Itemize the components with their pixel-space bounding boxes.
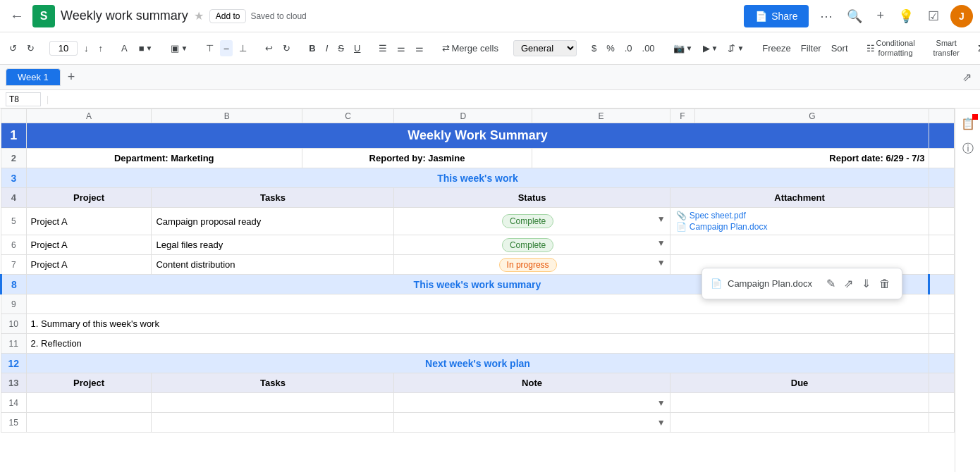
sheet-tab-week1[interactable]: Week 1 [6, 68, 61, 86]
row-num-6[interactable]: 6 [1, 235, 27, 255]
r6-status[interactable]: Complete ▼ [394, 235, 670, 255]
spec-sheet-link[interactable]: 📎 Spec sheet.pdf [676, 211, 924, 221]
lightbulb-button[interactable]: 💡 [895, 6, 917, 27]
search-button[interactable]: 🔍 [844, 6, 865, 27]
r5-project[interactable]: Project A [26, 208, 152, 235]
format-select[interactable]: General General [513, 40, 577, 56]
align-top-button[interactable]: ⊤ [202, 40, 217, 56]
strikethrough-button[interactable]: S [334, 40, 348, 56]
r15-task[interactable] [152, 413, 394, 433]
font-size-input[interactable]: 10 [49, 41, 78, 56]
text-color-button[interactable]: A [118, 40, 133, 56]
bold-button[interactable]: B [305, 40, 319, 56]
redo-button[interactable]: ↻ [23, 40, 38, 56]
percent-button[interactable]: % [603, 40, 618, 56]
currency-button[interactable]: $ [588, 40, 600, 56]
align-right-button[interactable]: ⚌ [412, 40, 427, 56]
decimal-increase-button[interactable]: .00 [639, 40, 659, 56]
file-edit-button[interactable]: ✎ [823, 274, 838, 293]
report-date-cell[interactable]: Report date: 6/29 - 7/3 [532, 149, 929, 168]
next-week-header-cell[interactable]: Next week's work plan [26, 354, 929, 373]
r7-project[interactable]: Project A [26, 255, 152, 275]
r14-project[interactable] [26, 393, 152, 413]
r11-note[interactable]: 2. Reflection [26, 334, 929, 354]
row-num-7[interactable]: 7 [1, 255, 27, 275]
borders-button[interactable]: ▣▼ [167, 40, 191, 56]
underline-button[interactable]: U [350, 40, 364, 56]
merge-cells-button[interactable]: ⇄ Merge cells [439, 40, 501, 56]
conditional-formatting-button[interactable]: ☷ Conditional formatting [863, 36, 919, 60]
row-num-15[interactable]: 15 [1, 413, 27, 433]
col-header-D[interactable]: D [394, 109, 532, 123]
italic-button[interactable]: I [322, 40, 332, 56]
dropdown-arrow-r5[interactable]: ▼ [657, 214, 666, 224]
row-num-3[interactable]: 3 [1, 168, 27, 188]
add-to-button[interactable]: Add to [209, 9, 247, 23]
sidebar-help-button[interactable]: ⓘ [960, 139, 976, 159]
expand-icon[interactable]: ⇗ [960, 68, 974, 87]
row-num-4[interactable]: 4 [1, 188, 27, 208]
file-download-button[interactable]: ⇓ [859, 274, 874, 293]
col-header-C[interactable]: C [302, 109, 393, 123]
campaign-plan-link[interactable]: 📄 Campaign Plan.docx [676, 222, 924, 232]
r15-due[interactable] [670, 413, 929, 433]
back-button[interactable]: ← [7, 5, 27, 27]
smart-transfer-button[interactable]: Smart transfer [930, 36, 963, 60]
checkbox-button[interactable]: ☑ [925, 6, 942, 27]
r6-project[interactable]: Project A [26, 235, 152, 255]
r5-attachment[interactable]: 📎 Spec sheet.pdf 📄 Campaign Plan.docx [670, 208, 929, 235]
row-num-2[interactable]: 2 [1, 149, 27, 168]
wrap-button[interactable]: ↩ [262, 40, 276, 56]
dept-cell[interactable]: Department: Marketing [26, 149, 302, 168]
r6-attachment[interactable] [670, 235, 929, 255]
row-num-13[interactable]: 13 [1, 373, 27, 393]
col-header-G[interactable]: G [695, 109, 929, 123]
file-delete-button[interactable]: 🗑 [876, 274, 893, 293]
row-num-5[interactable]: 5 [1, 208, 27, 235]
row-num-10[interactable]: 10 [1, 314, 27, 334]
reported-cell[interactable]: Reported by: Jasmine [302, 149, 532, 168]
sidebar-note-button[interactable]: 📋 [958, 114, 978, 133]
col-header-B[interactable]: B [152, 109, 302, 123]
col-header-A[interactable]: A [26, 109, 152, 123]
row-num-14[interactable]: 14 [1, 393, 27, 413]
cell-ref-input[interactable]: T8 [6, 92, 41, 106]
title-cell[interactable]: Weekly Work Summary [26, 123, 929, 149]
sort-rows-button[interactable]: ⇵▼ [724, 40, 747, 56]
align-left-button[interactable]: ☰ [375, 40, 391, 56]
r14-due[interactable] [670, 393, 929, 413]
decimal-decrease-button[interactable]: .0 [621, 40, 636, 56]
file-expand-button[interactable]: ⇗ [841, 274, 856, 293]
sort-button[interactable]: Sort [828, 40, 852, 56]
col-header-F[interactable]: F [670, 109, 695, 123]
col-header-E[interactable]: E [532, 109, 670, 123]
filter-button[interactable]: Filter [797, 40, 825, 56]
align-middle-button[interactable]: ‒ [220, 40, 233, 56]
row-num-9[interactable]: 9 [1, 294, 27, 314]
rotate-button[interactable]: ↻ [279, 40, 294, 56]
r5-task[interactable]: Campaign proposal ready [152, 208, 394, 235]
add-sheet-button[interactable]: + [63, 68, 80, 86]
star-icon[interactable]: ★ [194, 9, 204, 23]
r7-status[interactable]: In progress ▼ [394, 255, 670, 275]
dropdown-arrow-r14[interactable]: ▼ [657, 398, 666, 408]
filter-shape-button[interactable]: ▶▼ [699, 40, 722, 56]
r5-status[interactable]: Complete ▼ [394, 208, 670, 235]
dropdown-arrow-r15[interactable]: ▼ [657, 418, 666, 428]
row-num-11[interactable]: 11 [1, 334, 27, 354]
r15-project[interactable] [26, 413, 152, 433]
dropdown-arrow-r6[interactable]: ▼ [657, 238, 666, 248]
this-weeks-work-header[interactable]: This week's work [26, 168, 929, 188]
image-button[interactable]: 📷▼ [670, 40, 697, 56]
r15-status[interactable]: ▼ [394, 413, 670, 433]
highlight-color-button[interactable]: ■▼ [135, 40, 157, 56]
font-size-up-button[interactable]: ↑ [95, 40, 107, 56]
freeze-button[interactable]: Freeze [759, 40, 794, 56]
undo-button[interactable]: ↺ [6, 40, 20, 56]
r10-note[interactable]: 1. Summary of this week's work [26, 314, 929, 334]
dropdown-arrow-r7[interactable]: ▼ [657, 258, 666, 268]
sigma-button[interactable]: Σ▼ [974, 40, 980, 56]
row-num-12[interactable]: 12 [1, 354, 27, 373]
r14-status[interactable]: ▼ [394, 393, 670, 413]
row-num-8[interactable]: 8 [1, 275, 27, 294]
